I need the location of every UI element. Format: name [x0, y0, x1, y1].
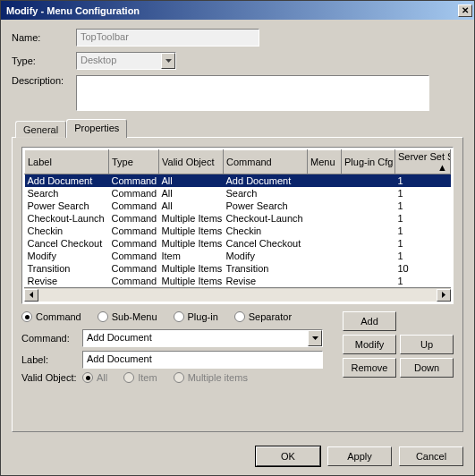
col-type[interactable]: Type [109, 150, 159, 174]
cell: 1 [395, 200, 451, 212]
svg-marker-2 [442, 292, 445, 298]
cell [342, 237, 395, 250]
cell: Revise [224, 275, 308, 287]
cell: 1 [395, 237, 451, 250]
cell [342, 262, 395, 275]
cell [308, 262, 342, 275]
cell: Transition [25, 262, 109, 275]
cell: Checkout-Launch [25, 212, 109, 225]
radio-multiple: Multiple items [174, 372, 248, 383]
tab-properties[interactable]: Properties [66, 119, 127, 138]
cell [308, 225, 342, 237]
cell: Power Search [224, 200, 308, 212]
label-input[interactable]: Add Document [82, 351, 323, 369]
col-command[interactable]: Command [224, 150, 308, 174]
cell: All [159, 187, 224, 200]
tab-general[interactable]: General [15, 121, 66, 138]
cell [342, 225, 395, 237]
cell: Command [109, 275, 159, 287]
radio-submenu[interactable]: Sub-Menu [98, 311, 157, 322]
cell [308, 250, 342, 262]
svg-marker-1 [30, 292, 33, 298]
chevron-down-icon[interactable] [161, 53, 175, 69]
cell: Transition [224, 262, 308, 275]
ok-button[interactable]: OK [256, 446, 320, 466]
cell: Command [109, 200, 159, 212]
col-valid-object[interactable]: Valid Object [159, 150, 224, 174]
table-row[interactable]: ReviseCommandMultiple ItemsRevise1 [25, 275, 451, 287]
radio-item: Item [123, 372, 157, 383]
command-select[interactable]: Add Document [82, 329, 323, 347]
description-field[interactable] [76, 75, 429, 111]
cell: Command [109, 174, 159, 188]
cell: Multiple Items [159, 262, 224, 275]
up-button[interactable]: Up [400, 335, 454, 354]
cell: Checkin [224, 225, 308, 237]
modify-button[interactable]: Modify [343, 335, 396, 354]
cell [308, 237, 342, 250]
table-row[interactable]: Checkout-LaunchCommandMultiple ItemsChec… [25, 212, 451, 225]
properties-panel: Label Type Valid Object Command Menu Plu… [12, 137, 463, 432]
cell: Command [109, 237, 159, 250]
col-menu[interactable]: Menu [308, 150, 342, 174]
cell: All [159, 200, 224, 212]
table-row[interactable]: TransitionCommandMultiple ItemsTransitio… [25, 262, 451, 275]
valid-object-label: Valid Object: [21, 372, 77, 383]
grid-container: Label Type Valid Object Command Menu Plu… [21, 147, 454, 304]
cell: Cancel Checkout [224, 237, 308, 250]
table-row[interactable]: SearchCommandAllSearch1 [25, 187, 451, 200]
cell: Multiple Items [159, 212, 224, 225]
cell: Command [109, 212, 159, 225]
titlebar-text: Modify - Menu Configuration [6, 5, 140, 16]
cell: Power Search [25, 200, 109, 212]
cell: 1 [395, 187, 451, 200]
radio-command[interactable]: Command [21, 311, 81, 322]
apply-button[interactable]: Apply [327, 446, 392, 466]
cell [308, 275, 342, 287]
cell [308, 200, 342, 212]
table-row[interactable]: Cancel CheckoutCommandMultiple ItemsCanc… [25, 237, 451, 250]
close-button[interactable]: ✕ [458, 4, 472, 17]
cancel-button[interactable]: Cancel [399, 446, 463, 466]
scroll-left-icon[interactable] [24, 289, 38, 302]
cell [342, 250, 395, 262]
cell: Multiple Items [159, 237, 224, 250]
scroll-right-icon[interactable] [437, 289, 451, 302]
table-row[interactable]: Power SearchCommandAllPower Search1 [25, 200, 451, 212]
table-row[interactable]: ModifyCommandItemModify1 [25, 250, 451, 262]
col-plugin-cfg[interactable]: Plug-in Cfg [342, 150, 395, 174]
cell: 1 [395, 212, 451, 225]
chevron-down-icon[interactable] [308, 330, 322, 346]
cell: All [159, 174, 224, 188]
menu-items-table[interactable]: Label Type Valid Object Command Menu Plu… [24, 149, 451, 287]
cell: 1 [395, 250, 451, 262]
cell [308, 174, 342, 188]
radio-separator[interactable]: Separator [234, 311, 292, 322]
radio-all: All [82, 372, 107, 383]
cell: 1 [395, 174, 451, 188]
cell: Command [109, 250, 159, 262]
radio-plugin[interactable]: Plug-in [174, 311, 218, 322]
cell [342, 174, 395, 188]
name-field: TopToolbar [76, 29, 259, 47]
cell: Checkout-Launch [224, 212, 308, 225]
table-row[interactable]: Add DocumentCommandAllAdd Document1 [25, 174, 451, 188]
remove-button[interactable]: Remove [343, 358, 396, 378]
horizontal-scrollbar[interactable] [24, 287, 451, 302]
col-server-set[interactable]: Server Set Si ▲ [395, 150, 451, 174]
add-button[interactable]: Add [343, 311, 396, 331]
cell: Checkin [25, 225, 109, 237]
command-field-label: Command: [21, 333, 77, 344]
type-label: Type: [12, 55, 72, 66]
down-button[interactable]: Down [400, 358, 454, 378]
cell [308, 212, 342, 225]
col-label[interactable]: Label [25, 150, 109, 174]
dialog-body: Name: TopToolbar Type: Desktop Descripti… [1, 20, 474, 438]
titlebar[interactable]: Modify - Menu Configuration ✕ [1, 1, 474, 20]
scroll-track[interactable] [38, 289, 437, 302]
label-field-label: Label: [21, 354, 77, 365]
svg-marker-3 [312, 336, 318, 340]
cell: Modify [224, 250, 308, 262]
table-row[interactable]: CheckinCommandMultiple ItemsCheckin1 [25, 225, 451, 237]
cell: Add Document [25, 174, 109, 188]
